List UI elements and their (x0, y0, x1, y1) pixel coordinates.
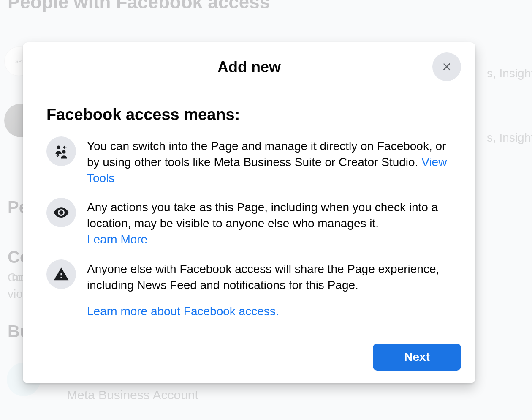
modal-title: Add new (217, 58, 281, 76)
info-text: You can switch into the Page and manage … (87, 136, 452, 186)
svg-point-1 (62, 150, 65, 153)
info-text: Anyone else with Facebook access will sh… (87, 259, 452, 293)
info-item-visibility: Any actions you take as this Page, inclu… (46, 198, 452, 247)
info-text-content: Any actions you take as this Page, inclu… (87, 201, 438, 230)
people-switch-icon (46, 136, 76, 166)
next-button[interactable]: Next (373, 344, 461, 371)
info-text-content: You can switch into the Page and manage … (87, 139, 446, 169)
info-text-content: Anyone else with Facebook access will sh… (87, 262, 439, 292)
add-new-modal: Add new Facebook access means: (23, 42, 475, 383)
close-button[interactable] (432, 52, 461, 81)
warning-icon (46, 259, 76, 289)
modal-header: Add new (23, 42, 475, 92)
modal-footer: Next (23, 331, 475, 383)
modal-overlay: Add new Facebook access means: (0, 0, 532, 420)
modal-subheading: Facebook access means: (46, 106, 452, 124)
eye-icon (46, 198, 76, 227)
learn-more-link[interactable]: Learn More (87, 233, 147, 246)
close-icon (441, 61, 453, 73)
info-text: Any actions you take as this Page, inclu… (87, 198, 452, 247)
info-item-switch: You can switch into the Page and manage … (46, 136, 452, 186)
learn-more-access-link[interactable]: Learn more about Facebook access. (87, 305, 279, 318)
svg-point-0 (57, 145, 60, 149)
modal-body: Facebook access means: You can switch in… (23, 92, 475, 331)
info-item-shared: Anyone else with Facebook access will sh… (46, 259, 452, 293)
